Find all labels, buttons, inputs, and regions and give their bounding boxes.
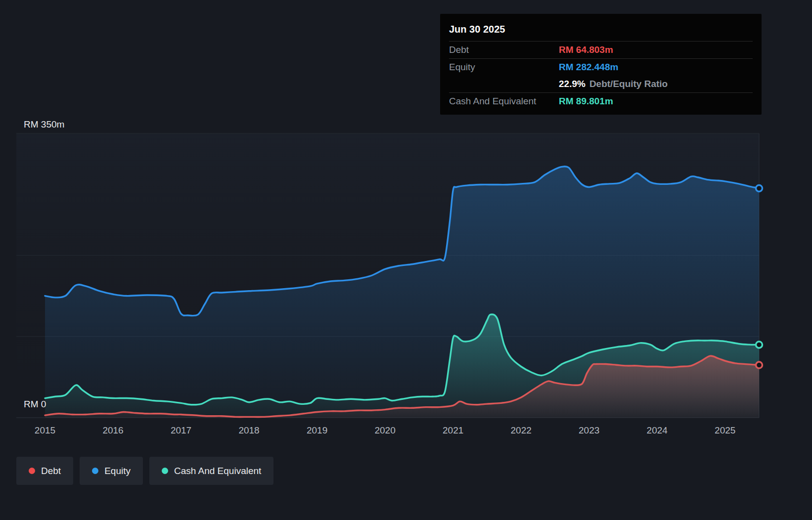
tooltip-equity-label: Equity bbox=[449, 62, 559, 73]
tooltip-ratio-row: 22.9% Debt/Equity Ratio bbox=[449, 76, 753, 92]
y-axis-label-top: RM 350m bbox=[24, 119, 64, 130]
tooltip-equity-value: RM 282.448m bbox=[559, 62, 618, 73]
tooltip-ratio-label: Debt/Equity Ratio bbox=[589, 79, 668, 89]
chart-legend: Debt Equity Cash And Equivalent bbox=[16, 457, 273, 485]
debt-end-marker-icon bbox=[756, 362, 763, 368]
equity-end-marker-icon bbox=[756, 185, 763, 191]
legend-label-cash: Cash And Equivalent bbox=[174, 466, 261, 477]
x-tick-label: 2024 bbox=[647, 425, 668, 435]
legend-item-equity[interactable]: Equity bbox=[80, 457, 143, 485]
legend-item-debt[interactable]: Debt bbox=[16, 457, 73, 485]
x-tick-label: 2020 bbox=[374, 425, 395, 435]
tooltip-debt-row: Debt RM 64.803m bbox=[449, 41, 753, 58]
tooltip-ratio-value: 22.9% bbox=[559, 79, 586, 89]
x-tick-label: 2017 bbox=[171, 425, 191, 435]
y-axis-label-bottom: RM 0 bbox=[24, 399, 46, 410]
tooltip-debt-label: Debt bbox=[449, 44, 559, 55]
x-tick-label: 2015 bbox=[35, 425, 55, 435]
tooltip-cash-value: RM 89.801m bbox=[559, 96, 613, 107]
x-tick-label: 2022 bbox=[511, 425, 532, 435]
cash-dot-icon bbox=[162, 468, 168, 474]
balance-sheet-history-chart: 2015201620172018201920202021202220232024… bbox=[0, 0, 812, 520]
tooltip-equity-row: Equity RM 282.448m bbox=[449, 58, 753, 76]
legend-label-equity: Equity bbox=[104, 466, 131, 477]
chart-tooltip: Jun 30 2025 Debt RM 64.803m Equity RM 28… bbox=[440, 14, 762, 115]
debt-dot-icon bbox=[29, 468, 35, 474]
equity-dot-icon bbox=[92, 468, 98, 474]
legend-label-debt: Debt bbox=[41, 466, 61, 477]
cash-and-equivalent-end-marker-icon bbox=[756, 342, 763, 348]
tooltip-cash-row: Cash And Equivalent RM 89.801m bbox=[449, 92, 753, 110]
tooltip-date: Jun 30 2025 bbox=[449, 20, 753, 41]
x-tick-label: 2018 bbox=[238, 425, 259, 435]
tooltip-debt-value: RM 64.803m bbox=[559, 44, 613, 55]
x-tick-label: 2023 bbox=[579, 425, 599, 435]
x-tick-label: 2025 bbox=[715, 425, 735, 435]
tooltip-cash-label: Cash And Equivalent bbox=[449, 96, 559, 107]
legend-item-cash[interactable]: Cash And Equivalent bbox=[149, 457, 273, 485]
x-tick-label: 2019 bbox=[307, 425, 327, 435]
x-tick-label: 2021 bbox=[443, 425, 463, 435]
x-tick-label: 2016 bbox=[102, 425, 123, 435]
